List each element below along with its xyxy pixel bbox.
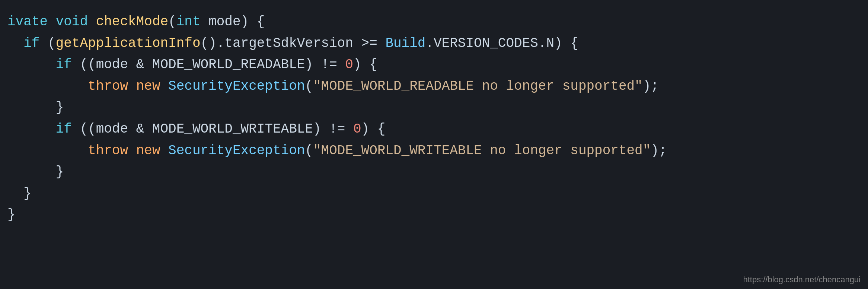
code-token: mode (208, 14, 240, 29)
code-token: } (56, 164, 64, 180)
code-token: ( (305, 143, 313, 158)
code-token (7, 164, 56, 180)
code-token: new (136, 79, 168, 94)
code-token: checkMode (96, 14, 168, 29)
code-token: .VERSION_CODES.N) { (425, 36, 578, 51)
code-token: targetSdkVersion (224, 36, 353, 51)
code-token: ( (48, 36, 56, 51)
code-token: >= (353, 36, 385, 51)
code-token: } (23, 186, 32, 201)
code-line: throw new SecurityException("MODE_WORLD_… (7, 76, 868, 97)
code-token: ((mode & MODE_WORLD_READABLE) != (80, 57, 345, 72)
code-line: } (7, 97, 868, 118)
code-token: if (56, 57, 80, 72)
code-line: if (getApplicationInfo().targetSdkVersio… (7, 33, 868, 54)
code-line: ivate void checkMode(int mode) { (7, 11, 868, 33)
code-line: if ((mode & MODE_WORLD_READABLE) != 0) { (7, 54, 868, 76)
code-token: (). (201, 36, 225, 51)
code-token (7, 121, 56, 137)
code-line: if ((mode & MODE_WORLD_WRITEABLE) != 0) … (7, 118, 868, 140)
code-token: } (56, 100, 64, 115)
code-token: ); (643, 79, 659, 94)
code-token: ((mode & MODE_WORLD_WRITEABLE) != (80, 121, 353, 137)
code-line: } (7, 204, 868, 226)
code-token: int (176, 14, 208, 29)
code-token: new (136, 143, 168, 158)
code-token: ) { (353, 57, 377, 72)
code-token: 0 (353, 121, 361, 137)
code-token: throw (88, 143, 136, 158)
code-token: "MODE_WORLD_WRITEABLE no longer supporte… (313, 143, 651, 158)
code-token (7, 143, 88, 158)
code-block: ivate void checkMode(int mode) { if (get… (7, 11, 868, 226)
code-token: throw (88, 79, 136, 94)
code-container: ivate void checkMode(int mode) { if (get… (0, 0, 868, 289)
code-token: ); (651, 143, 667, 158)
code-line: } (7, 183, 868, 204)
code-token: } (7, 207, 16, 222)
code-token: "MODE_WORLD_READABLE no longer supported… (313, 79, 643, 94)
code-token: Build (385, 36, 425, 51)
code-line: throw new SecurityException("MODE_WORLD_… (7, 140, 868, 162)
code-line: } (7, 161, 868, 183)
code-token: ( (168, 14, 176, 29)
code-token: getApplicationInfo (56, 36, 201, 51)
code-token: SecurityException (168, 79, 305, 94)
code-token: ( (305, 79, 313, 94)
code-token: 0 (345, 57, 353, 72)
code-token: ) { (241, 14, 265, 29)
code-token (7, 186, 23, 201)
code-token (7, 57, 56, 72)
code-token: if (56, 121, 80, 137)
code-token: ) { (361, 121, 386, 137)
code-token: void (56, 14, 96, 29)
code-token (7, 79, 88, 94)
code-token: ivate (7, 14, 56, 29)
code-token (7, 36, 23, 51)
code-token: if (23, 36, 48, 51)
code-token (7, 100, 56, 115)
watermark: https://blog.csdn.net/chencangui (743, 275, 861, 285)
code-token: SecurityException (168, 143, 305, 158)
